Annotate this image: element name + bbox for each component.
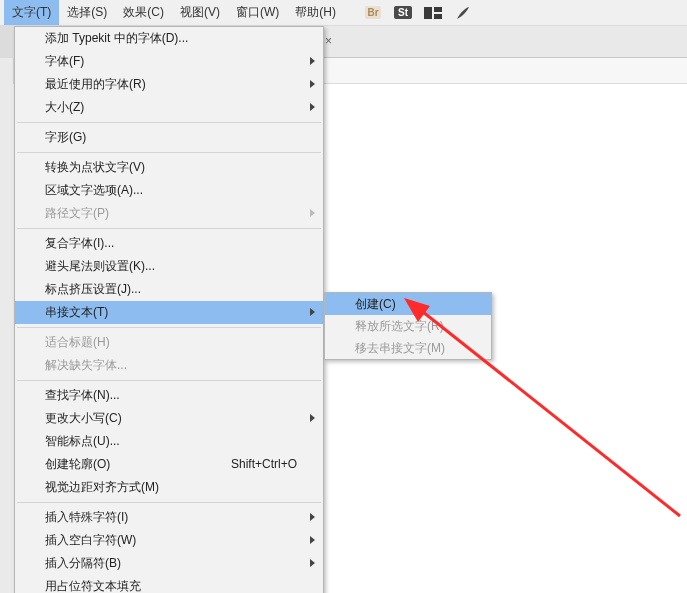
menu-find-font[interactable]: 查找字体(N)... xyxy=(15,384,323,407)
menu-label: 大小(Z) xyxy=(45,100,84,114)
menu-label: 添加 Typekit 中的字体(D)... xyxy=(45,31,188,45)
menubar-label: 帮助(H) xyxy=(295,5,336,19)
menu-label: 字体(F) xyxy=(45,54,84,68)
menu-path-type: 路径文字(P) xyxy=(15,202,323,225)
menu-label: 适合标题(H) xyxy=(45,335,110,349)
menu-label: 最近使用的字体(R) xyxy=(45,77,146,91)
menu-label: 查找字体(N)... xyxy=(45,388,120,402)
menu-add-typekit[interactable]: 添加 Typekit 中的字体(D)... xyxy=(15,27,323,50)
menu-label: 转换为点状文字(V) xyxy=(45,160,145,174)
submenu-create[interactable]: 创建(C) xyxy=(325,293,491,315)
menu-size[interactable]: 大小(Z) xyxy=(15,96,323,119)
quill-icon[interactable] xyxy=(452,4,474,22)
menu-shortcut: Shift+Ctrl+O xyxy=(231,453,297,476)
menu-label: 区域文字选项(A)... xyxy=(45,183,143,197)
menu-label: 更改大小写(C) xyxy=(45,411,122,425)
menu-smart-punct[interactable]: 智能标点(U)... xyxy=(15,430,323,453)
menu-label: 视觉边距对齐方式(M) xyxy=(45,480,159,494)
menu-label: 创建轮廓(O) xyxy=(45,457,110,471)
chevron-right-icon xyxy=(310,57,315,65)
left-rail xyxy=(0,84,14,593)
chevron-right-icon xyxy=(310,308,315,316)
chevron-right-icon xyxy=(310,513,315,521)
menu-separator xyxy=(17,228,321,229)
svg-rect-2 xyxy=(434,14,442,19)
menubar-item-help[interactable]: 帮助(H) xyxy=(287,0,344,25)
menu-separator xyxy=(17,122,321,123)
menu-label: 移去串接文字(M) xyxy=(355,341,445,355)
menu-placeholder-fill[interactable]: 用占位符文本填充 xyxy=(15,575,323,593)
menu-change-case[interactable]: 更改大小写(C) xyxy=(15,407,323,430)
menu-label: 解决缺失字体... xyxy=(45,358,127,372)
menu-resolve-missing: 解决缺失字体... xyxy=(15,354,323,377)
chevron-right-icon xyxy=(310,80,315,88)
menubar-item-window[interactable]: 窗口(W) xyxy=(228,0,287,25)
menu-fit-headline: 适合标题(H) xyxy=(15,331,323,354)
chevron-right-icon xyxy=(310,209,315,217)
menu-label: 标点挤压设置(J)... xyxy=(45,282,141,296)
menu-label: 创建(C) xyxy=(355,297,396,311)
submenu-release: 释放所选文字(R) xyxy=(325,315,491,337)
menubar-item-type[interactable]: 文字(T) xyxy=(4,0,59,25)
svg-rect-0 xyxy=(424,7,432,19)
br-badge: Br xyxy=(365,6,380,19)
menu-font[interactable]: 字体(F) xyxy=(15,50,323,73)
menu-kinsoku[interactable]: 避头尾法则设置(K)... xyxy=(15,255,323,278)
menu-margin-align[interactable]: 视觉边距对齐方式(M) xyxy=(15,476,323,499)
menubar-item-view[interactable]: 视图(V) xyxy=(172,0,228,25)
menubar-label: 效果(C) xyxy=(123,5,164,19)
chevron-right-icon xyxy=(310,414,315,422)
menu-insert-blank[interactable]: 插入空白字符(W) xyxy=(15,529,323,552)
svg-rect-1 xyxy=(434,7,442,12)
menubar-label: 文字(T) xyxy=(12,5,51,19)
menu-composite-fonts[interactable]: 复合字体(I)... xyxy=(15,232,323,255)
menu-insert-special[interactable]: 插入特殊字符(I) xyxy=(15,506,323,529)
menubar-label: 选择(S) xyxy=(67,5,107,19)
menubar-item-effect[interactable]: 效果(C) xyxy=(115,0,172,25)
st-badge: St xyxy=(394,6,412,19)
chevron-right-icon xyxy=(310,536,315,544)
type-menu-dropdown: 添加 Typekit 中的字体(D)... 字体(F) 最近使用的字体(R) 大… xyxy=(14,26,324,593)
menu-convert-point[interactable]: 转换为点状文字(V) xyxy=(15,156,323,179)
menubar: 文字(T) 选择(S) 效果(C) 视图(V) 窗口(W) 帮助(H) Br S… xyxy=(0,0,687,26)
menu-label: 用占位符文本填充 xyxy=(45,579,141,593)
menu-insert-break[interactable]: 插入分隔符(B) xyxy=(15,552,323,575)
chevron-right-icon xyxy=(310,103,315,111)
menu-label: 避头尾法则设置(K)... xyxy=(45,259,155,273)
menu-label: 串接文本(T) xyxy=(45,305,108,319)
menu-separator xyxy=(17,327,321,328)
menu-mojikumi[interactable]: 标点挤压设置(J)... xyxy=(15,278,323,301)
menu-glyphs[interactable]: 字形(G) xyxy=(15,126,323,149)
threaded-text-submenu: 创建(C) 释放所选文字(R) 移去串接文字(M) xyxy=(324,292,492,360)
arrange-docs-icon[interactable] xyxy=(422,4,444,22)
menu-label: 插入特殊字符(I) xyxy=(45,510,128,524)
menu-threaded-text[interactable]: 串接文本(T) xyxy=(15,301,323,324)
menu-label: 路径文字(P) xyxy=(45,206,109,220)
menu-label: 智能标点(U)... xyxy=(45,434,120,448)
menu-label: 复合字体(I)... xyxy=(45,236,114,250)
menu-area-options[interactable]: 区域文字选项(A)... xyxy=(15,179,323,202)
menu-separator xyxy=(17,380,321,381)
menu-label: 释放所选文字(R) xyxy=(355,319,444,333)
menu-recent-fonts[interactable]: 最近使用的字体(R) xyxy=(15,73,323,96)
menu-label: 字形(G) xyxy=(45,130,86,144)
menubar-item-select[interactable]: 选择(S) xyxy=(59,0,115,25)
menubar-label: 视图(V) xyxy=(180,5,220,19)
bridge-icon[interactable]: Br xyxy=(362,4,384,22)
close-icon[interactable]: × xyxy=(325,34,339,48)
menu-separator xyxy=(17,502,321,503)
menubar-label: 窗口(W) xyxy=(236,5,279,19)
stock-icon[interactable]: St xyxy=(392,4,414,22)
menu-label: 插入分隔符(B) xyxy=(45,556,121,570)
menu-create-outlines[interactable]: 创建轮廓(O)Shift+Ctrl+O xyxy=(15,453,323,476)
submenu-remove: 移去串接文字(M) xyxy=(325,337,491,359)
chevron-right-icon xyxy=(310,559,315,567)
ruler-corner xyxy=(0,58,14,84)
menu-label: 插入空白字符(W) xyxy=(45,533,136,547)
menu-separator xyxy=(17,152,321,153)
